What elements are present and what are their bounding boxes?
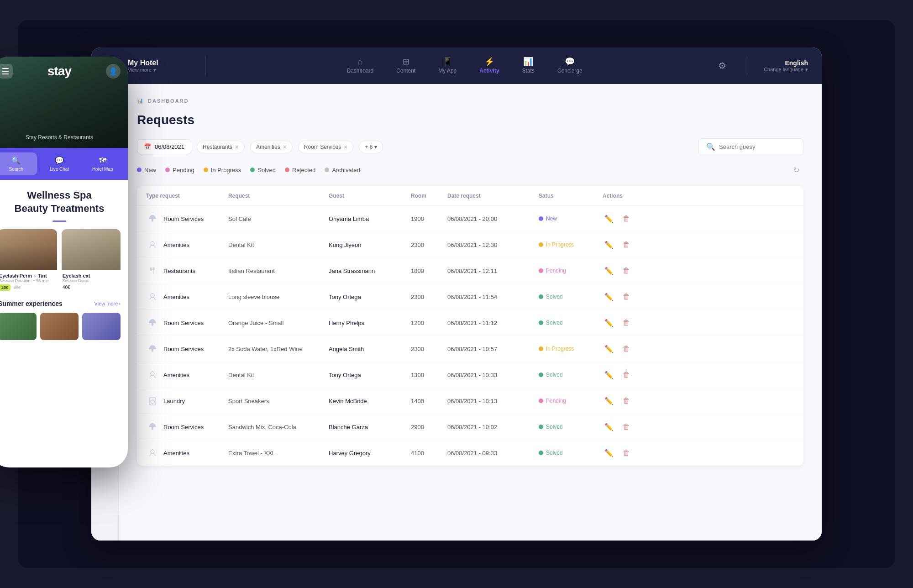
phone-card-img-1 [0,229,57,270]
type-cell: Laundry [146,394,228,407]
view-more-link[interactable]: View more ▾ [128,67,158,73]
date-cell: 06/08/2021 - 10:02 [447,424,539,430]
header-date: Date request [447,193,539,199]
edit-button[interactable]: ✏️ [603,212,615,225]
status-badge: In Progress [539,240,603,250]
filter-tag-room-services[interactable]: Room Services × [298,141,354,153]
delete-button[interactable]: 🗑 [620,368,633,381]
delete-button[interactable]: 🗑 [620,212,633,225]
nav-item-concierge[interactable]: 💬 Concierge [548,54,592,78]
status-pending[interactable]: Pending [165,167,194,173]
edit-button[interactable]: ✏️ [603,342,615,355]
room-cell: 1800 [411,268,447,274]
phone-nav-search[interactable]: 🔍 Search [0,152,37,175]
delete-button[interactable]: 🗑 [620,238,633,251]
header-actions: Actions [603,193,657,199]
header-request: Request [228,193,329,199]
edit-button[interactable]: ✏️ [603,290,615,303]
delete-button[interactable]: 🗑 [620,264,633,277]
filter-more-button[interactable]: + 6 ▾ [359,141,383,153]
phone-nav-hotelmap[interactable]: 🗺 Hotel Map [82,153,123,175]
delete-button[interactable]: 🗑 [620,394,633,407]
status-dot [539,451,543,455]
guest-cell: Harvey Gregory [329,450,411,457]
phone-header: stay 👤 Stay Resorts & Restaurants [0,57,128,148]
phone-user-icon[interactable]: 👤 [106,64,121,79]
delete-button[interactable]: 🗑 [620,290,633,303]
room-services-icon-4 [146,420,159,433]
nav-right: ⚙ English Change language ▾ [714,57,808,75]
room-cell: 2300 [411,346,447,352]
phone-hero-title: Wellness SpaBeauty Treatments [0,189,121,215]
status-dot [539,242,543,247]
status-badge: Solved [539,422,603,432]
guest-cell: Angela Smith [329,346,411,352]
bar-chart-icon-2: 📊 [137,98,144,104]
nav-item-activity[interactable]: ⚡ Activity [470,54,508,78]
phone-nav-livechat[interactable]: 💬 Live Chat [39,152,80,175]
edit-button[interactable]: ✏️ [603,264,615,277]
edit-button[interactable]: ✏️ [603,420,615,433]
refresh-button[interactable]: ↻ [789,163,803,177]
room-cell: 2300 [411,242,447,248]
myapp-icon: 📱 [442,58,452,66]
calendar-icon: 📅 [144,143,151,150]
delete-button[interactable]: 🗑 [620,420,633,433]
hotelmap-icon: 🗺 [99,157,106,165]
status-in-progress[interactable]: In Progress [204,167,241,173]
rejected-dot [285,168,289,172]
request-cell: Italian Restaurant [228,268,329,274]
delete-button[interactable]: 🗑 [620,316,633,329]
status-dot [539,399,543,403]
edit-button[interactable]: ✏️ [603,446,615,459]
hotel-name: My Hotel [128,59,158,67]
actions-cell: ✏️ 🗑 [603,394,657,407]
language-selector[interactable]: English Change language ▾ [764,59,808,73]
status-rejected[interactable]: Rejected [285,167,315,173]
delete-button[interactable]: 🗑 [620,342,633,355]
edit-button[interactable]: ✏️ [603,394,615,407]
hamburger-menu[interactable] [0,64,13,79]
status-archivated[interactable]: Archivated [325,167,360,173]
guest-cell: Jana Strassmann [329,268,411,274]
nav-item-content[interactable]: ⊞ Content [387,54,425,78]
svg-rect-9 [149,322,156,323]
status-new[interactable]: New [137,167,156,173]
remove-restaurants-icon[interactable]: × [235,144,239,150]
table-row: Room Services Sol Café Onyama Limba 1900… [137,206,803,232]
nav-item-dashboard[interactable]: ⌂ Dashboard [337,54,383,78]
solved-dot [250,168,255,172]
table-row: Amenities Dental Kit Tony Ortega 1300 06… [137,362,803,388]
request-cell: Dental Kit [228,242,329,248]
actions-cell: ✏️ 🗑 [603,264,657,277]
view-more-link[interactable]: View more › [94,301,121,306]
nav-item-myapp[interactable]: 📱 My App [429,54,466,78]
filter-tag-restaurants[interactable]: Restaurants × [197,141,245,153]
nav-item-stats[interactable]: 📊 Stats [513,54,544,78]
edit-button[interactable]: ✏️ [603,368,615,381]
phone-body: Wellness SpaBeauty Treatments Eyelash Pe… [0,180,128,349]
in-progress-dot [204,168,208,172]
status-dot [539,320,543,325]
table-row: Room Services Sandwich Mix, Coca-Cola Bl… [137,414,803,440]
edit-button[interactable]: ✏️ [603,316,615,329]
date-cell: 06/08/2021 - 20:00 [447,215,539,222]
status-dot [539,373,543,377]
nav-divider [205,57,206,75]
amenities-icon [146,238,159,251]
status-solved[interactable]: Solved [250,167,276,173]
settings-button[interactable]: ⚙ [714,58,730,74]
remove-room-services-icon[interactable]: × [344,144,347,150]
filter-tag-amenities[interactable]: Amenities × [250,141,293,153]
edit-button[interactable]: ✏️ [603,238,615,251]
remove-amenities-icon[interactable]: × [283,144,287,150]
status-badge: Solved [539,292,603,302]
search-input[interactable] [719,143,796,150]
guest-cell: Tony Ortega [329,294,411,300]
status-badge: New [539,214,603,224]
outer-container: My Hotel View more ▾ ⌂ Dashboard ⊞ Conte… [18,20,895,568]
date-filter[interactable]: 📅 06/08/2021 [137,139,191,154]
delete-button[interactable]: 🗑 [620,446,633,459]
room-services-icon [146,212,159,225]
chevron-down-icon: ▾ [153,67,156,73]
